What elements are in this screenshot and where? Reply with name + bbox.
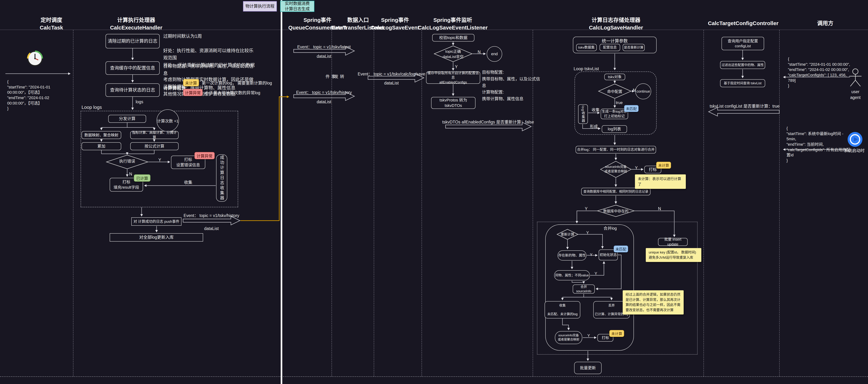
badge-not-calculated-2: 未计算	[609, 330, 624, 337]
cond-new-thing-attr: 存在新的物、属性	[558, 250, 586, 261]
forward-label-vertical: 转 发	[333, 75, 344, 80]
step-dispatch-calc: 分发计算	[108, 115, 146, 123]
header-calc-execute-handler: 计算执行处理器 CalcExecuteHandler	[110, 16, 162, 31]
header-calc-log-save-event: Spring事件 CalcLogSaveEvent	[371, 16, 420, 31]
step-merge-sourceinfo: 合并 sourceInfo	[573, 285, 595, 294]
step-collect-logs: 收集 未匹配、未计算的log	[545, 301, 580, 319]
decision-topic-valid-label: topic正确 dataList非空	[443, 49, 464, 59]
header-calc-log-save-handler: 计算日志存储处理器 CalcLogSaveHandler	[589, 16, 643, 31]
end-circle: end	[487, 46, 502, 62]
note-listener-configs: 目标物配置: 携带目标物、属性，以及公式信息 计算物配置: 携带计算物、属性信息	[482, 69, 541, 102]
header-calc-log-save-event-listener: Spring事件监听 CalcLogSaveEventListener	[418, 16, 488, 31]
sequence-diagram: 物计算执行流程 实时数据消费 计算日志生成 定时调度 CalcTask 计算执行…	[0, 0, 868, 384]
param-recalc-flag: 是否重新计算	[623, 44, 645, 51]
log-collector: log收集器	[578, 105, 588, 124]
header-caller: 调用方	[817, 20, 833, 27]
step-validate-topic: 校验topic和数据	[432, 34, 474, 41]
continue-circle: continue	[635, 83, 651, 99]
y-label: Y	[594, 271, 597, 276]
n-label: N	[633, 87, 636, 93]
decision-sourceinfo-label: sourceInfo完备 或者是聚合映射	[604, 165, 627, 174]
connector-layer	[0, 0, 868, 384]
caller-request1-json: { "startTime": "2024-01-01 00:00:00", "e…	[788, 56, 853, 88]
sticky-unique-key: unique key (配置id， 数据时间) 避免多JVM运行导致重复入库	[646, 248, 701, 262]
legend-realtime: 实时数据消费 计算日志生成	[280, 1, 314, 12]
step-tskv-object: tskv对象	[604, 73, 625, 80]
step-indicator-calc: 指标计算、高级计算、分摊计算	[130, 131, 179, 139]
y-label: Y	[590, 252, 593, 258]
form-label: 形成	[590, 124, 598, 129]
y-label: Y	[585, 206, 588, 212]
step-filter-things: 过滤出这些配置中的物、属性	[720, 61, 765, 69]
step-clear-expired-logs: 清除过期的已计算的日志	[105, 34, 160, 49]
badge-not-calculated: 未计算	[183, 79, 199, 86]
step-query-cached-config: 查询缓存中的配置信息	[105, 61, 160, 75]
badge-calc-error-2: 计算异常	[194, 152, 215, 159]
event-latest-datalist: dataList	[317, 54, 331, 59]
event-latest-label: Event： topic = v1/tskv/latest	[297, 44, 351, 50]
collect-label: 收集	[184, 179, 192, 185]
call-save-handler-label: tskvDTOs allEnabledConfigs 是否重新计算：false	[442, 119, 534, 125]
step-query-tskvlist: 基于指定时间查询 tskvList	[720, 79, 765, 87]
badge-calc-error: 计算异常	[183, 89, 203, 96]
cond-sourceinfo-complete: sourceInfo完备 或者是聚合映射	[555, 331, 582, 344]
badge-calculated: 已计算	[134, 174, 150, 182]
y-label: Y	[158, 157, 161, 163]
event-history-in-label: Event： topic = v1/tskv/history	[296, 90, 352, 95]
unified-params-title: 统一计算参数	[602, 38, 628, 44]
badge-unmatched: 未匹配	[624, 105, 639, 112]
step-query-user-configs: 查询用户指定配置 configList	[721, 37, 764, 50]
step-accumulate: 累加	[82, 142, 121, 150]
step-query-same-logs: 查询数据库中相同配置、相同时刻的日志记录	[581, 188, 650, 195]
badge-unmatched-2: 未匹配	[614, 245, 628, 253]
n-label: N	[129, 171, 132, 177]
cond-same-thing-diff-value: 同物、属性；不同value	[554, 270, 590, 280]
counter-circle: 计算次数 +1	[157, 110, 179, 132]
param-tskv-dataset: tskv数据集	[576, 44, 597, 51]
step-update-all-logs: 对全部log更新入库	[110, 233, 203, 241]
collect-label: 收集	[592, 107, 599, 113]
user-agent-icon	[848, 68, 863, 87]
event-save-datalist: dataList	[384, 80, 399, 86]
n-label: N	[658, 206, 661, 212]
decision-exec-error-label: 执行错误	[116, 158, 138, 164]
step-query-pending-logs: 查询待计算状态的日志	[105, 83, 160, 97]
logs-label: logs	[136, 99, 143, 105]
n-label: N	[478, 49, 481, 55]
orange-forward-wire	[240, 97, 289, 220]
event-history-out-label: Event： topic = v1/tskv/history	[184, 213, 239, 218]
event-history-out-datalist: dataList	[204, 226, 219, 232]
step-formula-calc: 按公式计算	[130, 142, 179, 150]
caller-request2-json: { "startTime": 系统中最新log时间 - 5min, "endTi…	[786, 126, 851, 163]
step-log-list: log列表	[602, 125, 627, 133]
header-calc-target-config-controller: CalcTargetConfigController	[708, 20, 778, 27]
step-merge-log: 合并log： 同一配置、同一时刻的日志对象进行合并	[576, 146, 656, 153]
y-label: Y	[586, 230, 589, 236]
sticky-not-calculated: 未计算：表示可以进行计算了	[635, 174, 686, 189]
clock-icon	[27, 50, 43, 67]
y-label: Y	[587, 333, 590, 338]
event-save-label: Event： topic = v1/tskv/calc/log/save	[358, 71, 425, 77]
startup-label: 系统启动时	[844, 148, 865, 153]
step-data-mapping: 数据映射、聚合映射	[82, 131, 121, 139]
play-icon	[847, 132, 863, 147]
y-label: Y	[455, 64, 458, 70]
event-history-in-datalist: dataList	[317, 99, 331, 105]
note-not-calculated: 第一次计算的log， 需要重新计算的log	[202, 80, 272, 86]
legend-flow: 物计算执行流程	[243, 1, 277, 11]
loop-logs-label: Loop logs	[82, 104, 102, 111]
true-label: true	[616, 100, 623, 106]
header-calc-task: 定时调度 CalcTask	[40, 16, 63, 31]
merge-log-label: 合并log	[603, 226, 617, 231]
controller-response-label: tskvList configList 是否重新计算：true	[710, 103, 779, 109]
step-batch-insert-update: 批量 insert update	[658, 238, 688, 246]
decision-config-hit-label: 命中配置	[607, 89, 622, 94]
decision-exists-label: 数据库中存在的	[603, 209, 628, 214]
step-push-success-event: 对 计算成功的日志 push事件	[131, 217, 182, 226]
calc-task-request-json: { "startTime": "2024-01-01 00:00:00"，【可选…	[7, 79, 67, 111]
loop-tskvlist-label: Loop tskvList	[574, 66, 599, 72]
success-log-collector: 成功计算日志收集器	[216, 154, 227, 202]
step-convert-dtos: tskvProtos 转为 tskvDTOs	[431, 97, 475, 109]
user-agent-label: user agent	[849, 89, 862, 100]
step-batch-update: 批量更新	[574, 362, 601, 374]
